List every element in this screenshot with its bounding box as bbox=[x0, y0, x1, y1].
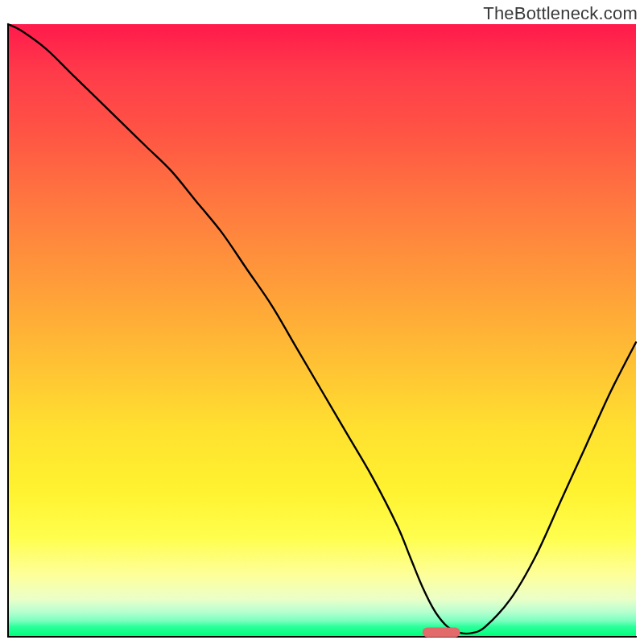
x-axis-line bbox=[7, 636, 637, 638]
bottleneck-curve bbox=[8, 24, 636, 634]
optimal-marker bbox=[423, 627, 460, 637]
chart-container: TheBottleneck.com bbox=[0, 0, 644, 644]
watermark-text: TheBottleneck.com bbox=[483, 3, 638, 24]
chart-svg bbox=[8, 24, 636, 636]
